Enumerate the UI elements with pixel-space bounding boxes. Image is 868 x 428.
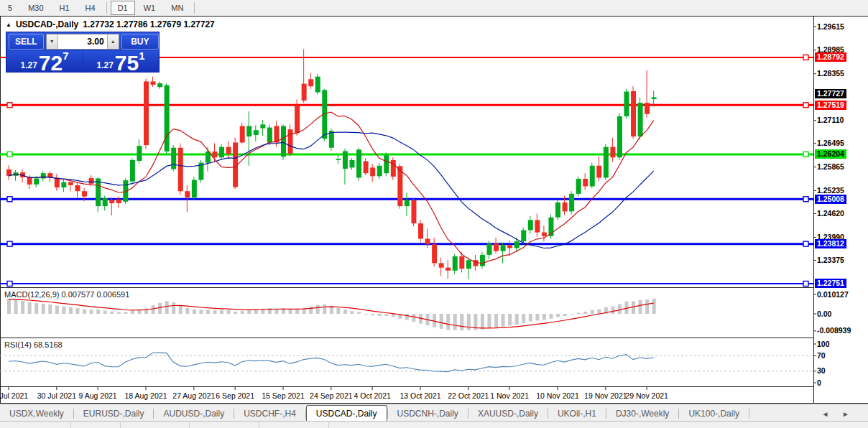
macd-histogram-bar [234, 312, 237, 314]
candle [576, 179, 581, 194]
candle [151, 81, 156, 85]
macd-histogram-bar [632, 302, 635, 314]
pane-divider-price-macd[interactable] [0, 287, 813, 288]
level-line-handle[interactable] [803, 197, 808, 202]
price-tick-label: 1.23375 [817, 256, 844, 264]
macd-histogram-bar [206, 310, 210, 314]
level-line-handle[interactable] [803, 103, 808, 108]
tab-separator [749, 409, 749, 419]
candle [55, 177, 60, 187]
level-line-handle[interactable] [7, 197, 12, 202]
macd-histogram-bar [357, 312, 361, 314]
macd-histogram-bar [351, 311, 354, 314]
chart-tab-usdx[interactable]: USDX,Weekly [0, 406, 73, 422]
candle [439, 263, 444, 267]
tab-scroll-arrows[interactable]: ◄ ► [821, 410, 855, 418]
candle [144, 81, 149, 145]
macd-histogram-bar [165, 301, 169, 314]
volume-input[interactable]: 3.00 [58, 34, 107, 49]
candle [226, 147, 231, 154]
level-line-handle[interactable] [7, 281, 12, 286]
candle [336, 159, 341, 160]
macd-indicator-values: 0.007577 0.006591 [61, 290, 129, 299]
level-line-handle[interactable] [803, 281, 808, 286]
macd-histogram-bar [158, 303, 162, 314]
buy-price-prefix: 1.27 [96, 60, 113, 70]
candle [171, 148, 176, 169]
chart-tab-ukoil-[interactable]: UKOil-,H1 [548, 406, 606, 422]
level-line-handle[interactable] [7, 152, 12, 157]
price-tick-label: 1.27110 [817, 116, 844, 124]
chart-tab-usdcad-[interactable]: USDCAD-,Daily [306, 405, 387, 422]
macd-histogram-bar [343, 310, 347, 314]
macd-histogram-bar [639, 300, 642, 314]
level-line-handle[interactable] [7, 103, 12, 108]
candle [302, 84, 307, 101]
macd-histogram-bar [76, 308, 80, 314]
candle [157, 83, 162, 87]
candle [610, 147, 615, 158]
macd-histogram-bar [597, 310, 601, 314]
chart-tab-xauusd-[interactable]: XAUUSD-,Daily [468, 406, 548, 422]
macd-histogram-bar [371, 314, 374, 315]
macd-histogram-bar [611, 307, 614, 314]
candle [487, 243, 492, 255]
macd-histogram-bar [179, 305, 183, 314]
chart-tab-usdcnh-[interactable]: USDCNH-,Daily [388, 406, 468, 422]
price-axis-divider [813, 16, 814, 404]
collapse-chart-icon[interactable]: ▲ [6, 22, 11, 28]
chart-tab-uk100-[interactable]: UK100-,Daily [679, 406, 749, 422]
candle [652, 97, 657, 98]
price-tick-label: 1.29615 [817, 22, 844, 31]
date-tick-label: 4 Oct 2021 [354, 391, 390, 400]
candle [459, 256, 464, 269]
volume-decrease-icon[interactable]: ▼ [47, 34, 58, 49]
pane-divider-macd-rsi[interactable] [0, 338, 813, 338]
macd-histogram-bar [529, 314, 532, 322]
volume-increase-icon[interactable]: ▲ [107, 34, 119, 49]
rsi-tick-label: 30 [817, 366, 826, 375]
level-line-handle[interactable] [803, 152, 808, 157]
buy-button[interactable]: BUY [121, 34, 159, 50]
date-tick-label: 19 Nov 2021 [584, 391, 627, 400]
macd-histogram-bar [412, 314, 415, 322]
macd-histogram-bar [7, 299, 11, 314]
candle [185, 191, 190, 197]
status-bar [0, 421, 868, 428]
macd-histogram-bar [34, 303, 38, 314]
candle [542, 233, 547, 236]
macd-histogram-bar [131, 311, 134, 314]
sell-button[interactable]: SELL [9, 34, 44, 50]
macd-histogram-bar [542, 314, 546, 320]
macd-histogram-bar [185, 308, 189, 314]
macd-histogram-bar [440, 314, 443, 329]
level-line-handle[interactable] [7, 241, 12, 246]
buy-price-quote[interactable]: 1.27 75 1 [83, 51, 158, 73]
price-tick-label: 1.26495 [817, 139, 844, 147]
status-bar-divider [70, 422, 71, 428]
candle [288, 129, 293, 154]
date-tick-label: 1 Nov 2021 [490, 391, 529, 400]
level-line-handle[interactable] [803, 55, 808, 60]
macd-histogram-bar [446, 314, 450, 330]
chart-tab-audusd-[interactable]: AUDUSD-,Daily [154, 406, 234, 422]
candle [27, 177, 32, 185]
sell-price-quote[interactable]: 1.27 72 7 [7, 51, 82, 73]
candle [405, 200, 410, 206]
buy-price-pip: 1 [139, 50, 144, 62]
sell-price-pip: 7 [63, 50, 68, 62]
chart-tab-usdchf-[interactable]: USDCHF-,H4 [234, 406, 305, 422]
chart-tab-dj30-[interactable]: DJ30-,Weekly [606, 406, 678, 422]
candle [343, 151, 348, 169]
level-line-handle[interactable] [803, 241, 808, 246]
candle [219, 147, 224, 158]
level-price-label: 1.25008 [815, 195, 846, 204]
macd-histogram-bar [309, 307, 313, 314]
macd-histogram-bar [652, 299, 656, 314]
volume-stepper[interactable]: ▼ 3.00 ▲ [46, 34, 119, 50]
date-tick-label: 13 Oct 2021 [400, 391, 440, 400]
date-tick-label: 15 Sep 2021 [262, 391, 305, 400]
rsi-tick-label: 100 [817, 340, 830, 348]
macd-histogram-bar [42, 304, 45, 314]
chart-tab-eurusd-[interactable]: EURUSD-,Daily [74, 406, 154, 422]
